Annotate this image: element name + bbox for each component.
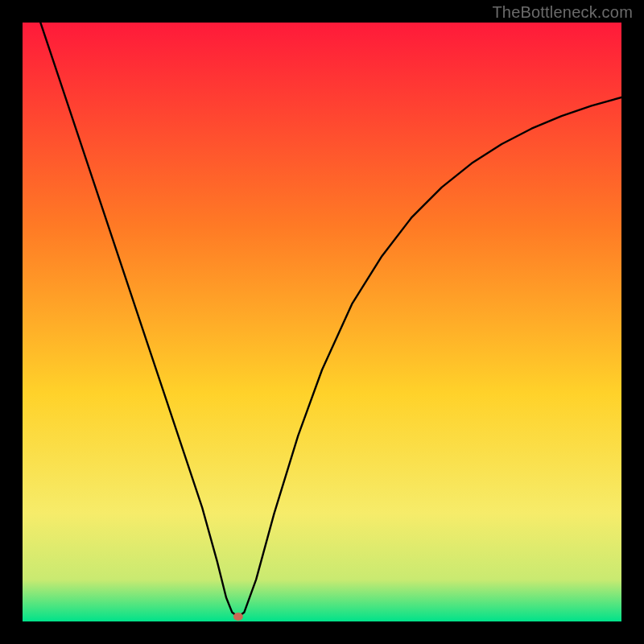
chart-stage: TheBottleneck.com (0, 0, 644, 644)
watermark-text: TheBottleneck.com (492, 3, 633, 22)
minimum-marker-icon (233, 613, 243, 621)
bottleneck-chart (23, 23, 621, 621)
plot-background (23, 23, 621, 621)
